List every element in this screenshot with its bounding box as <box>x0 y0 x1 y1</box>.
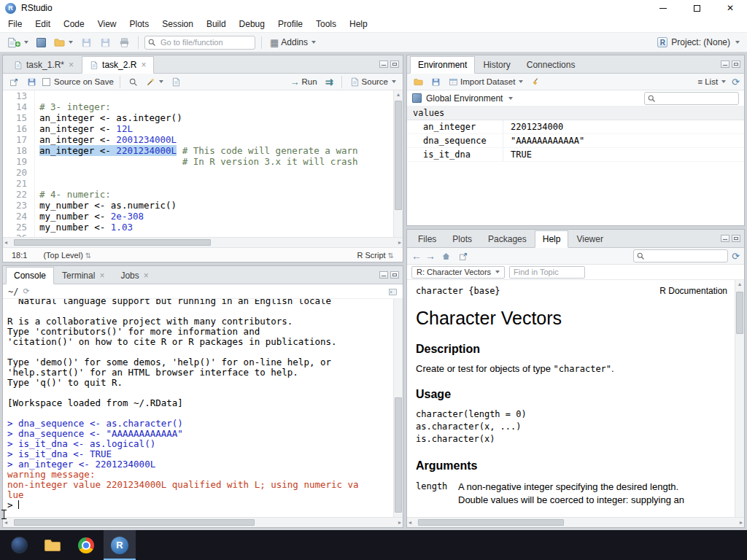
compile-report-button[interactable] <box>169 77 183 88</box>
window-maximize-button[interactable] <box>680 0 713 16</box>
scrollbar-thumb[interactable] <box>395 101 402 210</box>
help-tab-viewer[interactable]: Viewer <box>568 230 611 248</box>
tab-close-icon[interactable]: × <box>69 61 74 69</box>
window-close-button[interactable]: ✕ <box>713 0 747 16</box>
menu-help[interactable]: Help <box>343 17 374 31</box>
help-tab-files[interactable]: Files <box>410 230 444 248</box>
file-type-indicator[interactable]: R Script⇅ <box>357 251 394 260</box>
editor-vertical-scrollbar[interactable]: ▴ <box>393 90 403 237</box>
new-file-button[interactable] <box>4 36 31 49</box>
console[interactable]: Natural language support but running in … <box>3 299 403 517</box>
pane-minimize-button[interactable] <box>721 235 729 242</box>
scrollbar-thumb[interactable] <box>14 239 211 246</box>
find-replace-button[interactable] <box>126 77 140 88</box>
environment-tab-history[interactable]: History <box>475 56 518 74</box>
clear-environment-button[interactable] <box>529 77 543 88</box>
taskbar-rstudio[interactable]: R <box>104 530 136 560</box>
environment-scope-selector[interactable]: Global Environment <box>426 93 503 104</box>
environment-tab-environment[interactable]: Environment <box>410 56 475 74</box>
source-on-save-checkbox[interactable] <box>42 78 50 86</box>
environment-row[interactable]: an_integer2201234000 <box>407 120 744 134</box>
pane-maximize-button[interactable] <box>732 235 740 242</box>
project-selector[interactable]: R Project: (None) <box>657 37 743 47</box>
refresh-icon[interactable]: ⟳ <box>732 77 740 88</box>
pane-minimize-button[interactable] <box>721 61 729 68</box>
new-project-button[interactable] <box>34 37 48 48</box>
run-button[interactable]: → Run <box>288 76 320 88</box>
taskbar-file-explorer[interactable] <box>36 530 69 560</box>
goto-file-input[interactable] <box>144 36 255 50</box>
pane-maximize-button[interactable] <box>390 271 399 279</box>
show-in-new-window-button[interactable] <box>457 251 471 262</box>
source-tab-task2r[interactable]: task_2.R× <box>82 56 154 74</box>
console-vertical-scrollbar[interactable] <box>393 299 403 517</box>
scroll-right-icon[interactable]: ▸ <box>398 239 401 246</box>
pane-maximize-button[interactable] <box>732 61 740 68</box>
scroll-left-icon[interactable]: ◂ <box>4 239 7 246</box>
console-popout-icon[interactable] <box>388 287 398 297</box>
back-button[interactable]: ← <box>411 250 422 262</box>
help-topic-selector[interactable]: R: Character Vectors <box>411 266 505 279</box>
print-button[interactable] <box>117 36 132 49</box>
environment-row[interactable]: is_it_dnaTRUE <box>407 148 744 162</box>
console-horizontal-scrollbar[interactable]: ◂ ▸ <box>3 517 403 527</box>
forward-button[interactable]: → <box>425 250 436 262</box>
home-button[interactable] <box>439 251 453 262</box>
source-button[interactable]: Source <box>348 77 398 88</box>
menu-session[interactable]: Session <box>155 17 200 31</box>
pane-minimize-button[interactable] <box>379 61 388 68</box>
menu-debug[interactable]: Debug <box>233 17 271 31</box>
refresh-icon[interactable]: ⟳ <box>732 251 740 262</box>
help-tab-packages[interactable]: Packages <box>480 230 535 248</box>
menu-edit[interactable]: Edit <box>28 17 57 31</box>
menu-profile[interactable]: Profile <box>271 17 309 31</box>
code-tools-button[interactable] <box>144 77 166 88</box>
import-dataset-button[interactable]: Import Dataset <box>446 77 525 88</box>
scroll-left-icon[interactable]: ◂ <box>409 519 411 526</box>
save-all-button[interactable] <box>98 36 113 49</box>
scrollbar-thumb[interactable] <box>418 519 564 526</box>
show-in-new-window-button[interactable] <box>7 77 21 88</box>
pane-maximize-button[interactable] <box>390 61 399 68</box>
rerun-button[interactable]: ⇉ <box>323 76 336 88</box>
scroll-right-icon[interactable]: ▸ <box>740 519 743 526</box>
menu-code[interactable]: Code <box>57 17 91 31</box>
start-button[interactable] <box>3 530 35 560</box>
find-in-topic-input[interactable] <box>509 266 585 279</box>
tab-close-icon[interactable]: × <box>144 271 149 280</box>
scrollbar-thumb[interactable] <box>395 397 402 513</box>
save-workspace-button[interactable] <box>429 77 443 88</box>
help-tab-plots[interactable]: Plots <box>444 230 480 248</box>
menu-file[interactable]: File <box>1 17 28 31</box>
tab-close-icon[interactable]: × <box>141 61 146 69</box>
scope-indicator[interactable]: (Top Level)⇅ <box>43 251 91 260</box>
scrollbar-thumb[interactable] <box>14 519 255 526</box>
environment-row[interactable]: dna_sequence"AAAAAAAAAAAA" <box>407 134 744 148</box>
menu-build[interactable]: Build <box>200 17 233 31</box>
menu-plots[interactable]: Plots <box>123 17 156 31</box>
scroll-up-icon[interactable]: ▴ <box>394 90 403 99</box>
scroll-up-icon[interactable]: ▴ <box>735 280 744 289</box>
menu-view[interactable]: View <box>91 17 123 31</box>
working-directory-icon[interactable]: ⟳ <box>23 287 29 296</box>
menu-tools[interactable]: Tools <box>309 17 343 31</box>
scroll-left-icon[interactable]: ◂ <box>4 519 7 526</box>
scrollbar-thumb[interactable] <box>736 292 743 334</box>
console-tab-terminal[interactable]: Terminal× <box>54 267 112 284</box>
tab-close-icon[interactable]: × <box>99 271 104 280</box>
scroll-right-icon[interactable]: ▸ <box>398 519 401 526</box>
load-workspace-button[interactable] <box>411 77 425 88</box>
source-tab-task1r[interactable]: task_1.R*× <box>6 56 82 74</box>
help-search-input[interactable] <box>633 249 728 262</box>
list-view-button[interactable]: ≡ List <box>695 77 728 87</box>
environment-tab-connections[interactable]: Connections <box>519 56 584 74</box>
help-tab-help[interactable]: Help <box>535 230 569 248</box>
save-source-button[interactable] <box>25 77 39 88</box>
addins-button[interactable]: ▦ Addins <box>268 36 318 49</box>
window-minimize-button[interactable] <box>646 0 680 16</box>
taskbar-chrome[interactable] <box>70 530 102 560</box>
help-vertical-scrollbar[interactable]: ▴ <box>735 280 744 517</box>
environment-search-input[interactable] <box>644 92 739 105</box>
help-horizontal-scrollbar[interactable]: ◂ ▸ <box>407 517 744 527</box>
editor-horizontal-scrollbar[interactable]: ◂ ▸ <box>3 237 403 247</box>
